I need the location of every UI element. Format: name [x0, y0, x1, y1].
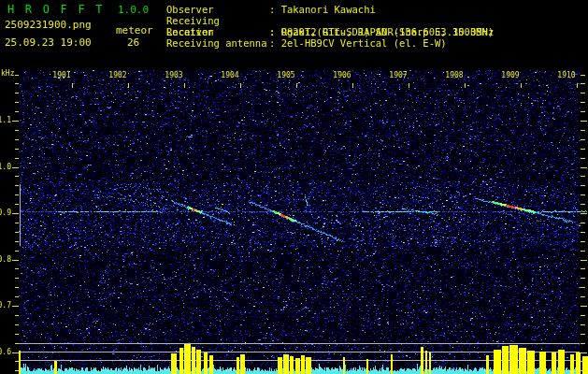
- freq-label-1.1: 1.1: [0, 117, 11, 124]
- info-row-location: Receiving Location: Ogaki, Gifu, JAPAN (…: [166, 15, 494, 26]
- hrofft-output: H R O F F T 1.0.0 2509231900.png meteor …: [0, 0, 588, 374]
- freq-label-0.6: 0.6: [0, 349, 11, 356]
- time-label-1910: 1910: [557, 72, 575, 79]
- station-info: Observer: Takanori Kawachi Receiving Loc…: [166, 4, 494, 49]
- info-row-receiver: Receiver: R820T2(RTL-SDR) SDR-Sharp 53.1…: [166, 26, 494, 37]
- info-row-observer: Observer: Takanori Kawachi: [166, 4, 494, 15]
- app-version: 1.0.0: [118, 5, 149, 15]
- time-label-1909: 1909: [501, 72, 519, 79]
- colon: :: [269, 4, 275, 15]
- spectrogram-canvas: [0, 0, 588, 374]
- info-row-antenna: Receiving antenna: 2el-HB9CV Vertical (e…: [166, 37, 494, 49]
- info-label: Receiver: [166, 26, 269, 37]
- info-value: R820T2(RTL-SDR) SDR-Sharp 53.1000MHz: [281, 26, 495, 37]
- echo-count: 26: [127, 37, 139, 48]
- info-label: Observer: [166, 4, 269, 15]
- time-label-1903: 1903: [165, 72, 182, 79]
- freq-label-1.0: 1.0: [0, 164, 11, 171]
- freq-label-0.7: 0.7: [0, 302, 11, 309]
- freq-label-0.9: 0.9: [0, 209, 11, 217]
- freq-label-0.8: 0.8: [0, 256, 11, 264]
- time-label-1905: 1905: [277, 72, 294, 79]
- datetime-label: 25.09.23 19:00: [5, 37, 92, 48]
- time-label-1906: 1906: [333, 72, 351, 79]
- info-value: 2el-HB9CV Vertical (el. E-W): [281, 37, 447, 49]
- output-filename: 2509231900.png: [5, 20, 92, 30]
- colon: :: [269, 26, 275, 37]
- y-axis-unit-label: kHz: [1, 70, 14, 78]
- info-label: Receiving antenna: [166, 37, 269, 49]
- time-label-1901: 1901: [52, 72, 70, 79]
- colon: :: [269, 37, 275, 49]
- info-value: Takanori Kawachi: [281, 4, 376, 15]
- mode-label: meteor: [116, 25, 153, 36]
- time-label-1908: 1908: [445, 72, 463, 79]
- time-label-1902: 1902: [108, 72, 126, 79]
- app-title: H R O F F T: [7, 4, 105, 15]
- time-label-1904: 1904: [221, 72, 238, 79]
- time-label-1907: 1907: [389, 72, 407, 79]
